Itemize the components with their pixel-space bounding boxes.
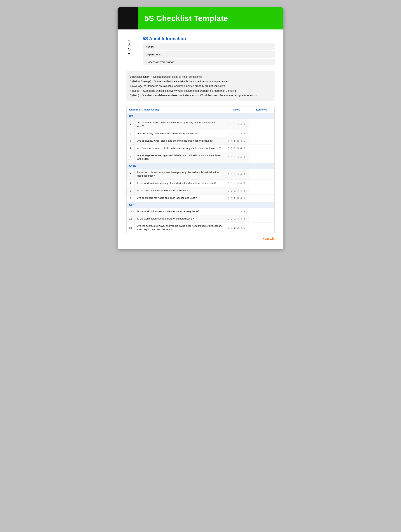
row-evidence [249,169,275,180]
row-evidence [249,119,275,130]
row-evidence [249,180,275,187]
checklist-table: Question "(Please Circle)" Score Evidenc… [126,106,275,233]
row-evidence [249,194,275,202]
row-question: Are the floors, aisleways, and vehicle p… [135,222,225,233]
table-row: 11Is the workstation free and clear of o… [127,215,275,222]
page-title: 5S Checklist Template [138,14,235,23]
section-label: Shine [127,163,275,169]
row-score: 0 1 2 3 4 5 [225,194,249,202]
section-row: Set [127,113,275,119]
table-row: 9Are containers for waste and trash labe… [127,194,275,202]
legend-box: 0 (Unsatisfactory) = No standards in pla… [126,71,275,101]
legend-item-1: 2 (Below Average) = Some standards are a… [130,79,271,84]
row-question: Is the workstation frequently cleaned/wi… [135,180,225,187]
row-score: 0 1 2 3 4 5 [225,130,249,137]
svg-text:⌐: ⌐ [128,51,130,55]
legend-item-2: 3 (Average) = Standards are available an… [130,84,271,89]
table-row: 5Are storage areas are organized, labele… [127,152,275,163]
ease-logo: ⌐ ∧ S ⌐ [126,37,137,56]
question-header: Question "(Please Circle)" [127,106,225,113]
row-number: 2 [127,130,135,137]
chevron-icon: > [262,237,264,241]
row-question: Is the workstation free and clear of out… [135,215,225,222]
row-evidence [249,130,275,137]
ease-brand: > ease.io [262,237,275,241]
row-number: 5 [127,152,135,163]
row-evidence [249,152,275,163]
row-evidence [249,137,275,145]
row-evidence [249,187,275,194]
row-number: 6 [127,169,135,180]
row-score: 0 1 2 3 4 5 [225,152,249,163]
row-evidence [249,222,275,233]
table-row: 1Are materials, tools, items located lab… [127,119,275,130]
row-evidence [249,145,275,152]
section-row: Shine [127,163,275,169]
row-question: Is the workstation free and clear of unn… [135,208,225,215]
table-row: 2Are neccesary materials, tools, items e… [127,130,275,137]
row-question: Are containers for waste and trash label… [135,194,225,202]
audit-field-department: Department: [143,51,275,58]
row-score: 0 1 2 3 4 5 [225,169,249,180]
audit-section-title: 5S Audit Information [143,36,275,41]
audit-section: ⌐ ∧ S ⌐ 5S Audit Information Auditor: De… [126,36,275,66]
row-score: 0 1 2 3 4 5 [225,187,249,194]
page-container: 5S Checklist Template ⌐ ∧ S ⌐ 5S Audit I… [117,7,284,249]
svg-text:S: S [128,47,131,51]
row-question: Have the tools and equipment been proper… [135,169,225,180]
row-evidence [249,215,275,222]
table-row: 7Is the workstation frequently cleaned/w… [127,180,275,187]
row-score: 0 1 2 3 4 5 [225,208,249,215]
audit-info: 5S Audit Information Auditor: Department… [143,36,275,66]
row-number: 8 [127,187,135,194]
row-score: 0 1 2 3 4 5 [225,119,249,130]
evidence-header: Evidence [249,106,275,113]
row-question: Is the area and floors free of debris an… [135,187,225,194]
ease-brand-label: ease.io [265,237,275,240]
table-row: 3Are all cables, wires, pipes, and other… [127,137,275,145]
header: 5S Checklist Template [117,7,284,30]
row-question: Are neccesary materials, tools, items ea… [135,130,225,137]
audit-field-workstation: Process or work station: [143,58,275,65]
row-question: Are storage areas are organized, labeled… [135,152,225,163]
legend-item-4: 5 (Best) = Standards available everwhere… [130,93,271,98]
table-row: 4Are floors, aisleways, vehicle paths, e… [127,145,275,152]
row-score: 0 1 2 3 4 5 [225,180,249,187]
svg-text:∧: ∧ [128,42,131,47]
table-row: 10Is the workstation free and clear of u… [127,208,275,215]
row-question: Are floors, aisleways, vehicle paths, ex… [135,145,225,152]
legend-item-3: 4 (Good) = Standards available in everyw… [130,89,271,93]
section-row: Sort [127,202,275,208]
row-number: 1 [127,119,135,130]
audit-field-auditor: Auditor: [143,44,275,50]
svg-text:⌐: ⌐ [128,38,130,43]
row-score: 0 1 2 3 4 5 [225,215,249,222]
footer-row: > ease.io [126,233,275,241]
row-number: 9 [127,194,135,202]
row-score: 0 1 2 3 4 5 [225,137,249,145]
legend-item-0: 0 (Unsatisfactory) = No standards in pla… [130,75,271,79]
row-number: 12 [127,222,135,233]
score-header: Score [225,106,249,113]
section-label: Sort [127,202,275,208]
row-evidence [249,208,275,215]
row-number: 3 [127,137,135,145]
row-number: 7 [127,180,135,187]
table-row: 12Are the floors, aisleways, and vehicle… [127,222,275,233]
table-row: 6Have the tools and equipment been prope… [127,169,275,180]
row-score: 0 1 2 3 4 5 [225,222,249,233]
row-number: 10 [127,208,135,215]
section-label: Set [127,113,275,119]
row-question: Are materials, tools, items located labe… [135,119,225,130]
row-number: 4 [127,145,135,152]
header-logo-box [117,7,138,30]
row-question: Are all cables, wires, pipes, and other … [135,137,225,145]
content: ⌐ ∧ S ⌐ 5S Audit Information Auditor: De… [117,30,284,249]
table-row: 8Is the area and floors free of debris a… [127,187,275,194]
row-number: 11 [127,215,135,222]
row-score: 0 1 2 3 4 5 [225,145,249,152]
